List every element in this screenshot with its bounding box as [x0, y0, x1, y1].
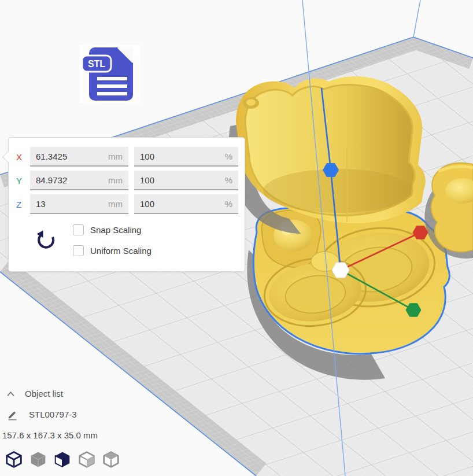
- build-volume-corner-line: [413, 0, 420, 37]
- open-top-cube-icon[interactable]: [102, 450, 120, 469]
- object-item-name: STL00797-3: [29, 409, 77, 419]
- scale-tool-panel: X mm % Y mm % Z mm %: [8, 137, 245, 272]
- stl-document-glyph: STL: [80, 45, 140, 103]
- stl-file-icon: STL: [80, 45, 140, 103]
- axis-y-label: Y: [14, 176, 30, 186]
- wireframe-cube-icon[interactable]: [5, 450, 23, 469]
- x-percent-unit: %: [225, 152, 232, 161]
- snap-scaling-checkbox[interactable]: [73, 224, 84, 235]
- reset-ccw-icon: [34, 229, 57, 252]
- z-percent-input[interactable]: [140, 199, 220, 209]
- x-size-input[interactable]: [36, 152, 104, 161]
- x-percent-input[interactable]: [140, 152, 220, 161]
- uniform-scaling-option: Uniform Scaling: [73, 245, 151, 256]
- y-percent-input[interactable]: [140, 175, 220, 185]
- axis-x-label: X: [14, 152, 30, 162]
- snap-scaling-label: Snap Scaling: [90, 225, 141, 235]
- object-list-header[interactable]: Object list: [6, 389, 63, 398]
- uniform-scaling-label: Uniform Scaling: [90, 246, 151, 256]
- cavity-shade: [263, 169, 413, 213]
- chevron-up-icon: [6, 390, 16, 397]
- object-list-item[interactable]: STL00797-3: [6, 408, 77, 420]
- pencil-icon: [6, 408, 19, 420]
- scale-row-x: X mm %: [14, 146, 239, 167]
- stl-badge-label: STL: [88, 59, 105, 69]
- uniform-scaling-checkbox[interactable]: [73, 245, 84, 256]
- y-percent-unit: %: [225, 175, 232, 185]
- y-size-input[interactable]: [36, 175, 104, 185]
- scale-row-y: Y mm %: [14, 170, 239, 191]
- x-size-unit: mm: [108, 152, 123, 161]
- z-size-input[interactable]: [36, 199, 104, 209]
- axis-z-label: Z: [14, 200, 30, 209]
- view-mode-toolbar: [5, 450, 120, 469]
- scale-row-z: Z mm %: [14, 194, 239, 215]
- solid-highlight-cube-icon[interactable]: [53, 450, 72, 469]
- right-face-cube-icon[interactable]: [77, 450, 96, 469]
- z-percent-unit: %: [225, 199, 232, 209]
- object-list-title: Object list: [25, 389, 63, 398]
- z-size-unit: mm: [108, 199, 123, 209]
- snap-scaling-option: Snap Scaling: [73, 224, 141, 235]
- model-partial-right[interactable]: [431, 163, 473, 252]
- corner-tube-inner: [246, 99, 256, 106]
- y-size-unit: mm: [108, 175, 123, 185]
- model-dimensions-label: 157.6 x 167.3 x 35.0 mm: [2, 430, 98, 440]
- reset-scale-button[interactable]: [34, 229, 57, 253]
- solid-cube-icon[interactable]: [29, 450, 47, 469]
